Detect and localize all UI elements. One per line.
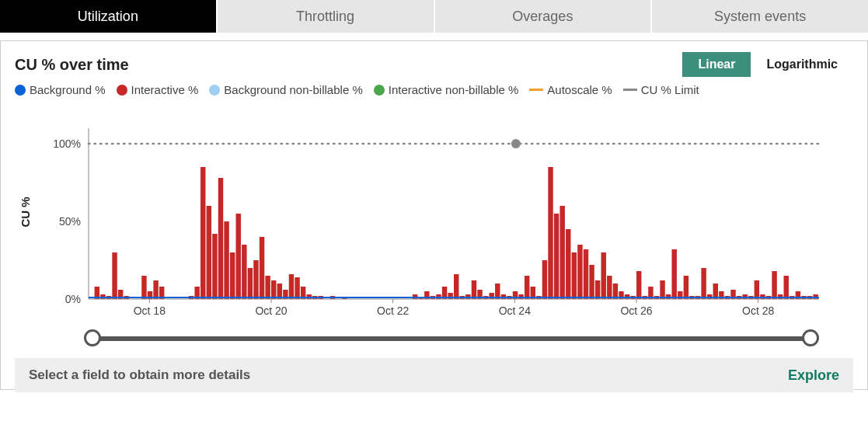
svg-text:Oct 24: Oct 24 — [499, 304, 531, 317]
svg-rect-82 — [584, 249, 588, 299]
svg-rect-72 — [525, 276, 529, 299]
legend-line-icon — [623, 89, 637, 91]
tab-bar: Utilization Throttling Overages System e… — [0, 0, 868, 33]
svg-rect-26 — [153, 280, 158, 299]
svg-rect-81 — [577, 245, 582, 299]
legend-item[interactable]: Background % — [15, 83, 106, 96]
tab-utilization[interactable]: Utilization — [0, 0, 218, 33]
svg-rect-84 — [595, 280, 600, 299]
svg-rect-76 — [548, 167, 553, 299]
legend: Background % Interactive % Background no… — [15, 83, 853, 96]
slider-track-line — [92, 336, 810, 341]
scale-linear-button[interactable]: Linear — [682, 52, 751, 77]
slider-handle-left[interactable] — [84, 329, 101, 346]
svg-rect-80 — [572, 252, 577, 299]
legend-item[interactable]: Background non-billable % — [209, 83, 362, 96]
svg-text:100%: 100% — [53, 137, 81, 150]
legend-swatch-icon — [15, 85, 26, 96]
svg-rect-114 — [772, 271, 776, 299]
svg-rect-42 — [271, 280, 276, 299]
tab-throttling[interactable]: Throttling — [218, 0, 435, 33]
svg-rect-91 — [636, 271, 641, 299]
svg-rect-21 — [112, 252, 117, 299]
legend-item[interactable]: Interactive % — [117, 83, 199, 96]
legend-item[interactable]: Interactive non-billable % — [374, 83, 519, 96]
svg-rect-63 — [472, 280, 476, 299]
svg-rect-116 — [784, 276, 789, 299]
svg-rect-33 — [218, 178, 223, 299]
svg-rect-39 — [253, 260, 258, 299]
footer-text: Select a field to obtain more details — [29, 367, 250, 383]
svg-rect-34 — [224, 221, 228, 299]
svg-rect-79 — [566, 229, 570, 299]
svg-text:Oct 22: Oct 22 — [377, 304, 409, 317]
scale-log-button[interactable]: Logarithmic — [751, 52, 853, 77]
svg-rect-45 — [289, 274, 294, 299]
svg-rect-78 — [559, 206, 564, 299]
svg-rect-24 — [141, 276, 146, 299]
chart-title: CU % over time — [15, 56, 129, 74]
svg-text:Oct 26: Oct 26 — [620, 304, 652, 317]
slider-handle-right[interactable] — [802, 329, 819, 346]
svg-rect-102 — [701, 268, 706, 299]
time-range-slider[interactable] — [92, 327, 810, 350]
legend-item[interactable]: Autoscale % — [529, 83, 612, 96]
svg-rect-85 — [601, 252, 606, 299]
svg-rect-97 — [671, 249, 676, 299]
svg-rect-75 — [542, 260, 547, 299]
detail-footer: Select a field to obtain more details Ex… — [15, 358, 853, 392]
svg-rect-36 — [236, 214, 241, 299]
svg-rect-40 — [260, 237, 264, 299]
legend-swatch-icon — [117, 85, 127, 96]
svg-rect-35 — [230, 252, 235, 299]
svg-rect-41 — [265, 276, 270, 299]
explore-button[interactable]: Explore — [788, 367, 839, 384]
svg-rect-60 — [454, 274, 458, 299]
svg-rect-77 — [554, 214, 559, 299]
svg-rect-83 — [589, 265, 594, 299]
tab-system-events[interactable]: System events — [652, 0, 868, 33]
svg-rect-86 — [607, 276, 612, 299]
tab-overages[interactable]: Overages — [435, 0, 653, 33]
scale-toggle: Linear Logarithmic — [682, 52, 853, 77]
svg-rect-32 — [212, 234, 217, 299]
svg-text:Oct 28: Oct 28 — [742, 304, 774, 317]
svg-rect-30 — [200, 167, 205, 299]
svg-text:Oct 18: Oct 18 — [134, 304, 166, 317]
legend-swatch-icon — [374, 85, 385, 96]
svg-rect-99 — [684, 276, 688, 299]
svg-rect-31 — [207, 206, 211, 299]
svg-rect-38 — [248, 268, 253, 299]
legend-line-icon — [529, 89, 543, 91]
svg-text:Oct 20: Oct 20 — [255, 304, 287, 317]
svg-rect-46 — [295, 277, 299, 299]
svg-text:0%: 0% — [65, 293, 81, 305]
svg-rect-37 — [242, 245, 246, 299]
chart-panel: CU % over time Linear Logarithmic Backgr… — [0, 40, 868, 390]
chart-svg: 0%50%100%Oct 18Oct 20Oct 22Oct 24Oct 26O… — [15, 101, 838, 322]
svg-rect-111 — [755, 280, 759, 299]
svg-text:50%: 50% — [59, 215, 81, 228]
svg-point-1 — [511, 139, 521, 148]
chart-plot-area[interactable]: CU % 0%50%100%Oct 18Oct 20Oct 22Oct 24Oc… — [15, 101, 853, 322]
svg-rect-95 — [660, 280, 664, 299]
legend-item[interactable]: CU % Limit — [623, 83, 699, 96]
legend-swatch-icon — [209, 85, 220, 96]
